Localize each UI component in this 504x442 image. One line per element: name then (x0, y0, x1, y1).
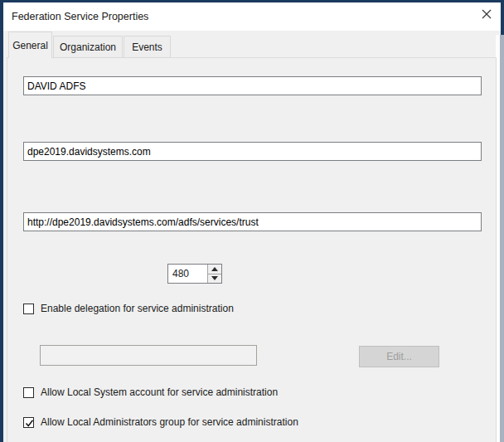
tab-label: Events (132, 41, 162, 53)
display-name-input[interactable] (23, 76, 482, 95)
sso-lifetime-spinner[interactable]: 480 (167, 264, 222, 284)
local-system-checkbox (23, 387, 34, 398)
local-system-label: Allow Local System account for service a… (41, 386, 278, 398)
local-admins-checkbox-row[interactable]: Allow Local Administrators group for ser… (23, 416, 298, 428)
window-title: Federation Service Properties (3, 11, 148, 22)
federation-service-properties-dialog: Federation Service Properties General Or… (0, 0, 504, 442)
spinner-buttons (207, 265, 221, 283)
enable-delegation-label: Enable delegation for service administra… (41, 303, 234, 314)
identifier-input[interactable] (23, 212, 482, 231)
spinner-down-button[interactable] (208, 274, 221, 284)
enable-delegation-checkbox-row[interactable]: Enable delegation for service administra… (23, 303, 234, 314)
spinner-down-icon (211, 276, 218, 280)
service-name-input[interactable] (23, 142, 482, 161)
edit-button-label: Edit... (386, 351, 412, 362)
window-border-left (0, 0, 3, 442)
tab-label: Organization (60, 41, 116, 53)
close-button[interactable] (476, 5, 497, 23)
window-border-right-top (501, 0, 504, 35)
tab-general[interactable]: General (8, 32, 52, 58)
tab-organization[interactable]: Organization (53, 36, 123, 58)
general-tab-page (7, 57, 497, 442)
local-admins-label: Allow Local Administrators group for ser… (41, 416, 298, 428)
delegate-name-input[interactable] (40, 345, 257, 366)
spinner-up-icon (211, 267, 218, 271)
edit-button[interactable]: Edit... (359, 346, 439, 367)
checkmark-icon (24, 418, 35, 429)
enable-delegation-checkbox (23, 304, 34, 314)
window-border-right (500, 35, 504, 442)
local-system-checkbox-row[interactable]: Allow Local System account for service a… (23, 386, 278, 398)
spinner-up-button[interactable] (208, 265, 221, 274)
title-bar: Federation Service Properties (3, 2, 501, 31)
close-icon (481, 8, 492, 20)
tab-events[interactable]: Events (124, 36, 171, 58)
tab-label: General (12, 40, 48, 51)
local-admins-checkbox (23, 417, 34, 428)
sso-lifetime-value: 480 (168, 265, 207, 283)
